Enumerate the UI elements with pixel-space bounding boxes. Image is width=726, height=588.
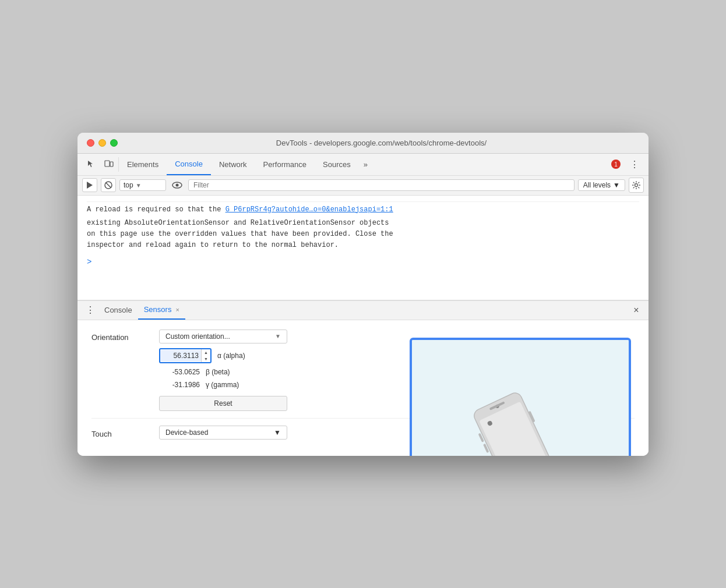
gamma-value: -31.1986 bbox=[159, 381, 200, 389]
tab-console[interactable]: Console bbox=[167, 154, 211, 175]
bottom-more-button[interactable]: ⋮ bbox=[82, 304, 98, 316]
levels-select[interactable]: All levels ▼ bbox=[578, 179, 625, 191]
orientation-controls: Custom orientation... ▼ ▲ ▼ bbox=[159, 330, 287, 411]
levels-arrow-icon: ▼ bbox=[613, 181, 620, 189]
menu-button[interactable]: ⋮ bbox=[625, 154, 644, 175]
eye-icon[interactable] bbox=[170, 178, 185, 192]
bottom-panel: ⋮ Console Sensors × × Orientation bbox=[77, 300, 649, 456]
tab-sources[interactable]: Sources bbox=[315, 154, 359, 175]
reset-button[interactable]: Reset bbox=[159, 396, 287, 411]
maximize-dot[interactable] bbox=[110, 139, 118, 147]
svg-line-4 bbox=[106, 183, 111, 188]
window-title: DevTools - developers.google.com/web/too… bbox=[124, 139, 639, 147]
alpha-input-wrap: ▲ ▼ bbox=[159, 348, 212, 363]
tab-close-icon[interactable]: × bbox=[175, 306, 179, 313]
alpha-label: α (alpha) bbox=[217, 352, 245, 360]
more-tabs-button[interactable]: » bbox=[359, 154, 372, 175]
filter-bar: top ▼ All levels ▼ bbox=[77, 176, 649, 196]
block-button[interactable] bbox=[101, 178, 116, 192]
alpha-spinner-up[interactable]: ▲ bbox=[202, 349, 210, 356]
error-badge[interactable]: 1 bbox=[607, 154, 625, 175]
touch-label: Touch bbox=[91, 426, 150, 438]
phone-viz-inner bbox=[412, 340, 629, 456]
console-text-2: existing AbsoluteOrientationSensor and R… bbox=[87, 218, 639, 229]
minimize-dot[interactable] bbox=[98, 139, 106, 147]
gamma-label: γ (gamma) bbox=[206, 381, 239, 389]
svg-point-6 bbox=[176, 184, 179, 187]
console-output: A reload is required so that the G_P6rpR… bbox=[77, 196, 649, 300]
filter-input-wrap bbox=[188, 179, 575, 191]
tab-performance[interactable]: Performance bbox=[255, 154, 315, 175]
titlebar: DevTools - developers.google.com/web/too… bbox=[77, 133, 649, 154]
panel-close-button[interactable]: × bbox=[629, 303, 644, 318]
orientation-dropdown[interactable]: Custom orientation... ▼ bbox=[159, 330, 287, 343]
alpha-spinner: ▲ ▼ bbox=[201, 349, 210, 362]
close-dot[interactable] bbox=[87, 139, 94, 147]
console-prompt[interactable]: > bbox=[87, 251, 639, 268]
run-button[interactable] bbox=[82, 178, 97, 192]
touch-dropdown[interactable]: Device-based ▼ bbox=[159, 426, 287, 440]
bottom-toolbar: ⋮ Console Sensors × × bbox=[77, 300, 649, 320]
alpha-input[interactable] bbox=[160, 350, 201, 362]
tab-sensors[interactable]: Sensors × bbox=[138, 301, 185, 320]
console-text-3: on this page use the overridden values t… bbox=[87, 229, 639, 240]
settings-button[interactable] bbox=[629, 178, 644, 193]
alpha-spinner-down[interactable]: ▼ bbox=[202, 356, 210, 362]
beta-row: -53.0625 β (beta) bbox=[159, 368, 287, 376]
toolbar-spacer bbox=[372, 154, 607, 175]
devtools-window: DevTools - developers.google.com/web/too… bbox=[77, 133, 649, 456]
svg-rect-0 bbox=[105, 161, 110, 167]
console-text-4: inspector and reload again to return to … bbox=[87, 240, 639, 251]
tab-console-bottom[interactable]: Console bbox=[98, 301, 138, 320]
device-toggle-icon[interactable] bbox=[100, 154, 118, 175]
tab-elements[interactable]: Elements bbox=[119, 154, 167, 175]
beta-label: β (beta) bbox=[206, 368, 230, 376]
context-arrow-icon: ▼ bbox=[136, 182, 142, 189]
cursor-icon[interactable] bbox=[82, 154, 100, 175]
console-text-1: A reload is required so that the bbox=[87, 206, 225, 214]
beta-value: -53.0625 bbox=[159, 368, 200, 376]
context-select[interactable]: top ▼ bbox=[119, 179, 166, 191]
phone-svg bbox=[456, 361, 584, 456]
alpha-row: ▲ ▼ α (alpha) bbox=[159, 348, 287, 363]
console-link[interactable]: G_P6rpRSr4g?autohide…o=0&enablejsapi=1:1 bbox=[225, 206, 393, 214]
svg-point-7 bbox=[635, 184, 638, 187]
touch-arrow-icon: ▼ bbox=[274, 428, 281, 437]
orientation-select-row: Custom orientation... ▼ bbox=[159, 330, 287, 343]
svg-rect-1 bbox=[110, 162, 113, 167]
sensors-panel: Orientation Custom orientation... ▼ bbox=[77, 320, 649, 456]
orientation-label: Orientation bbox=[91, 330, 150, 342]
svg-marker-2 bbox=[87, 182, 93, 189]
tab-network[interactable]: Network bbox=[211, 154, 255, 175]
filter-input[interactable] bbox=[193, 181, 569, 189]
phone-visualization bbox=[410, 338, 631, 456]
traffic-lights bbox=[87, 139, 118, 147]
console-message-1: A reload is required so that the G_P6rpR… bbox=[87, 201, 639, 218]
error-circle: 1 bbox=[611, 160, 621, 169]
orientation-arrow-icon: ▼ bbox=[275, 333, 281, 339]
devtools-toolbar: Elements Console Network Performance Sou… bbox=[77, 154, 649, 176]
gamma-row: -31.1986 γ (gamma) bbox=[159, 381, 287, 389]
